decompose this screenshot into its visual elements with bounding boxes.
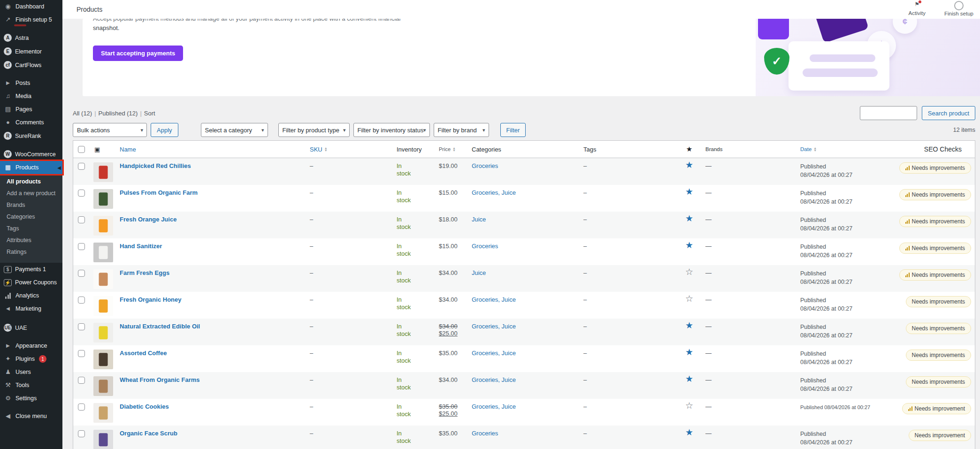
bulk-actions-select[interactable]: Bulk actions▾ bbox=[73, 123, 147, 137]
featured-star-toggle[interactable]: ☆ bbox=[679, 268, 700, 276]
view-all-link[interactable]: All (12) bbox=[73, 110, 92, 117]
activity-button[interactable]: ⚑ Activity bbox=[909, 1, 926, 16]
sidebar-item-close-menu[interactable]: ◀Close menu bbox=[0, 410, 62, 423]
product-name-link[interactable]: Hand Sanitizer bbox=[120, 243, 162, 250]
category-link[interactable]: Groceries bbox=[472, 430, 498, 437]
submenu-item-attributes[interactable]: Attributes bbox=[0, 235, 62, 246]
sidebar-item-astra[interactable]: AAstra bbox=[0, 31, 62, 45]
product-name-link[interactable]: Pulses From Organic Farm bbox=[120, 189, 198, 196]
product-thumbnail[interactable] bbox=[93, 350, 113, 369]
sidebar-item-users[interactable]: ♟Users bbox=[0, 365, 62, 379]
product-name-link[interactable]: Organic Face Scrub bbox=[120, 430, 177, 437]
row-checkbox[interactable] bbox=[78, 430, 85, 437]
category-link[interactable]: Groceries, Juice bbox=[472, 323, 516, 330]
sidebar-item-plugins[interactable]: ✦Plugins1 bbox=[0, 352, 62, 365]
category-filter-select[interactable]: Select a category▾ bbox=[201, 123, 268, 137]
search-product-button[interactable]: Search product bbox=[922, 106, 975, 120]
row-checkbox[interactable] bbox=[78, 163, 85, 170]
sidebar-item-tools[interactable]: ⚒Tools bbox=[0, 379, 62, 392]
submenu-item-ratings[interactable]: Ratings bbox=[0, 246, 62, 258]
product-name-link[interactable]: Wheat From Organic Farms bbox=[120, 376, 199, 383]
sidebar-item-pages[interactable]: ▤Pages bbox=[0, 103, 62, 116]
sidebar-item-surerank[interactable]: RSureRank bbox=[0, 129, 62, 143]
column-header-name[interactable]: Name bbox=[118, 141, 308, 158]
sidebar-item-products[interactable]: ▦Products◀ bbox=[0, 161, 62, 174]
submenu-item-tags[interactable]: Tags bbox=[0, 223, 62, 235]
product-name-link[interactable]: Diabetic Cookies bbox=[120, 403, 169, 410]
featured-star-toggle[interactable]: ★ bbox=[679, 241, 700, 250]
sidebar-item-media[interactable]: ♫Media bbox=[0, 90, 62, 103]
sidebar-item-analytics[interactable]: Analytics bbox=[0, 289, 62, 302]
submenu-item-categories[interactable]: Categories bbox=[0, 211, 62, 223]
featured-star-toggle[interactable]: ★ bbox=[679, 375, 700, 383]
category-link[interactable]: Groceries, Juice bbox=[472, 350, 516, 357]
product-name-link[interactable]: Handpicked Red Chillies bbox=[120, 162, 191, 169]
featured-star-toggle[interactable]: ★ bbox=[679, 161, 700, 169]
sidebar-item-appearance[interactable]: ►Appearance bbox=[0, 339, 62, 352]
featured-star-toggle[interactable]: ★ bbox=[679, 321, 700, 330]
product-thumbnail[interactable] bbox=[93, 296, 113, 316]
row-checkbox[interactable] bbox=[78, 297, 85, 304]
submenu-item-all-products[interactable]: All products bbox=[0, 176, 62, 188]
category-link[interactable]: Groceries, Juice bbox=[472, 296, 516, 303]
view-published-link[interactable]: Published (12) bbox=[99, 110, 138, 117]
submenu-item-brands[interactable]: Brands bbox=[0, 199, 62, 211]
sidebar-item-finish-setup-5[interactable]: ↗Finish setup 5 bbox=[0, 13, 62, 26]
product-name-link[interactable]: Fresh Organic Honey bbox=[120, 296, 181, 303]
product-thumbnail[interactable] bbox=[93, 243, 113, 262]
row-checkbox[interactable] bbox=[78, 190, 85, 197]
featured-star-toggle[interactable]: ★ bbox=[679, 214, 700, 223]
category-link[interactable]: Groceries bbox=[472, 162, 498, 169]
product-name-link[interactable]: Farm Fresh Eggs bbox=[120, 269, 169, 276]
product-thumbnail[interactable] bbox=[93, 403, 113, 423]
featured-star-toggle[interactable]: ☆ bbox=[679, 402, 700, 410]
category-link[interactable]: Juice bbox=[472, 269, 486, 276]
category-link[interactable]: Juice bbox=[472, 216, 486, 223]
column-header-sku[interactable]: SKU▲▼ bbox=[308, 141, 395, 158]
sidebar-item-posts[interactable]: ►Posts bbox=[0, 76, 62, 90]
category-link[interactable]: Groceries, Juice bbox=[472, 376, 516, 383]
row-checkbox[interactable] bbox=[78, 270, 85, 277]
search-input[interactable] bbox=[860, 106, 917, 120]
sidebar-item-comments[interactable]: ●Comments bbox=[0, 116, 62, 129]
select-all-checkbox[interactable] bbox=[78, 146, 85, 153]
sidebar-item-cartflows[interactable]: cfCartFlows bbox=[0, 58, 62, 72]
sidebar-item-uae[interactable]: UEUAE bbox=[0, 321, 62, 335]
column-header-date[interactable]: Date▲▼ bbox=[798, 141, 906, 158]
product-name-link[interactable]: Assorted Coffee bbox=[120, 350, 167, 357]
featured-star-toggle[interactable]: ★ bbox=[679, 188, 700, 196]
product-name-link[interactable]: Natural Extracted Edible Oil bbox=[120, 323, 200, 330]
featured-star-toggle[interactable]: ☆ bbox=[679, 295, 700, 303]
sidebar-item-marketing[interactable]: ◄Marketing bbox=[0, 302, 62, 315]
row-checkbox[interactable] bbox=[78, 216, 85, 223]
featured-star-toggle[interactable]: ★ bbox=[679, 348, 700, 357]
submenu-item-add-a-new-product[interactable]: Add a new product bbox=[0, 188, 62, 199]
start-accepting-payments-button[interactable]: Start accepting payments bbox=[93, 46, 183, 61]
filter-button[interactable]: Filter bbox=[500, 123, 526, 137]
view-sort-link[interactable]: Sort bbox=[144, 110, 155, 117]
row-checkbox[interactable] bbox=[78, 243, 85, 250]
row-checkbox[interactable] bbox=[78, 350, 85, 357]
apply-button[interactable]: Apply bbox=[151, 123, 178, 137]
brand-filter-select[interactable]: Filter by brand▾ bbox=[434, 123, 489, 137]
sidebar-item-settings[interactable]: ⚙Settings bbox=[0, 392, 62, 405]
category-link[interactable]: Groceries bbox=[472, 243, 498, 250]
sidebar-item-dashboard[interactable]: ◉Dashboard bbox=[0, 0, 62, 13]
product-thumbnail[interactable] bbox=[93, 376, 113, 396]
sidebar-item-woocommerce[interactable]: WWooCommerce bbox=[0, 147, 62, 161]
row-checkbox[interactable] bbox=[78, 403, 85, 411]
product-thumbnail[interactable] bbox=[93, 189, 113, 209]
row-checkbox[interactable] bbox=[78, 323, 85, 330]
product-thumbnail[interactable] bbox=[93, 216, 113, 236]
product-thumbnail[interactable] bbox=[93, 430, 113, 449]
category-link[interactable]: Groceries, Juice bbox=[472, 403, 516, 410]
sidebar-item-power-coupons[interactable]: ⚡Power Coupons bbox=[0, 276, 62, 289]
product-thumbnail[interactable] bbox=[93, 323, 113, 342]
row-checkbox[interactable] bbox=[78, 377, 85, 384]
inventory-status-filter-select[interactable]: Filter by inventory status▾ bbox=[353, 123, 430, 137]
category-link[interactable]: Groceries, Juice bbox=[472, 189, 516, 196]
finish-setup-button[interactable]: Finish setup bbox=[944, 1, 973, 16]
sidebar-item-payments-1[interactable]: $Payments 1 bbox=[0, 263, 62, 276]
product-name-link[interactable]: Fresh Orange Juice bbox=[120, 216, 176, 223]
product-thumbnail[interactable] bbox=[93, 162, 113, 182]
